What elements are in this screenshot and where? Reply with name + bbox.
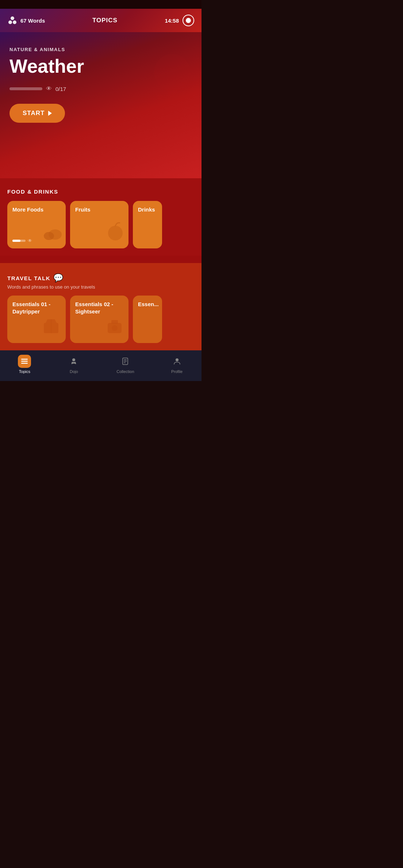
card-fruits[interactable]: Fruits [70, 201, 128, 248]
svg-rect-16 [73, 362, 74, 363]
record-inner [186, 18, 191, 23]
play-icon [48, 111, 52, 116]
nav-collection[interactable]: Collection [111, 353, 140, 375]
card-essentials-02-name: Essentials 02 - Sightseer [75, 301, 113, 315]
card-essentials-01[interactable]: Essentials 01 - Daytripper [7, 296, 66, 343]
nav-topics[interactable]: Topics [12, 353, 37, 375]
svg-rect-12 [21, 359, 28, 360]
nav-topics-icon-wrap [18, 355, 31, 368]
essentials-02-icon [105, 316, 125, 340]
svg-point-6 [108, 226, 123, 240]
start-label: START [23, 110, 45, 117]
travel-subtitle: Words and phrases to use on your travels [7, 284, 194, 290]
svg-rect-9 [108, 323, 122, 333]
divider [0, 256, 202, 263]
hero-progress-row: 👁 0/17 [9, 85, 192, 92]
header-title: TOPICS [92, 17, 118, 24]
app-logo [7, 15, 18, 26]
svg-point-15 [72, 358, 75, 361]
card-essentials-03-name: Essen... [138, 301, 159, 307]
hero-section: NATURE & ANIMALS Weather 👁 0/17 START [0, 32, 202, 178]
card-drinks-name: Drinks [138, 206, 155, 213]
card-essentials-03[interactable]: Essen... [133, 296, 162, 343]
record-button[interactable] [183, 15, 194, 26]
hero-topic-title: Weather [9, 56, 192, 77]
svg-point-0 [11, 16, 14, 20]
header-left: 67 Words [7, 15, 45, 26]
svg-rect-11 [111, 320, 118, 324]
essentials-01-icon [40, 316, 62, 340]
more-foods-progress: 👁 [12, 238, 32, 243]
food-cards-row: More Foods 👁 Fruits [7, 201, 194, 248]
nav-collection-label: Collection [116, 369, 134, 374]
card-drinks[interactable]: Drinks [133, 201, 162, 248]
svg-rect-20 [124, 362, 126, 363]
svg-point-10 [112, 325, 118, 331]
hero-category: NATURE & ANIMALS [9, 47, 192, 52]
travel-cards-row: Essentials 01 - Daytripper Essentials 02… [7, 296, 194, 343]
svg-point-21 [176, 358, 179, 361]
start-button[interactable]: START [9, 104, 65, 123]
nav-dojo[interactable]: Dojo [61, 353, 86, 375]
card-essentials-01-name: Essentials 01 - Daytripper [12, 301, 50, 315]
svg-rect-13 [21, 361, 28, 362]
svg-rect-18 [124, 359, 127, 360]
nav-dojo-icon-wrap [67, 355, 80, 368]
card-fruits-name: Fruits [75, 206, 91, 213]
header-right: 14:58 [165, 15, 194, 26]
fruits-icon [106, 219, 125, 245]
svg-point-4 [49, 229, 62, 240]
travel-title-row: TRAVEL TALK 💬 [7, 273, 194, 283]
hero-progress-text: 0/17 [55, 86, 66, 92]
svg-rect-7 [44, 323, 58, 333]
more-foods-eye: 👁 [28, 238, 32, 243]
food-section-title: FOOD & DRINKS [7, 189, 58, 195]
eye-icon: 👁 [46, 85, 52, 92]
svg-point-5 [44, 232, 54, 240]
svg-rect-14 [21, 363, 28, 364]
card-more-foods[interactable]: More Foods 👁 [7, 201, 66, 248]
bottom-navigation: Topics Dojo Collection [0, 350, 202, 381]
card-more-foods-name: More Foods [12, 206, 43, 213]
nav-topics-label: Topics [19, 369, 30, 374]
words-count: 67 Words [20, 18, 45, 24]
svg-point-2 [13, 20, 16, 24]
svg-rect-19 [124, 361, 127, 362]
travel-chat-icon: 💬 [53, 273, 63, 283]
card-essentials-02[interactable]: Essentials 02 - Sightseer [70, 296, 128, 343]
food-section-header: FOOD & DRINKS [7, 189, 194, 195]
nav-dojo-label: Dojo [70, 369, 78, 374]
time-display: 14:58 [165, 18, 179, 24]
travel-section-title: TRAVEL TALK [7, 275, 50, 281]
travel-section: TRAVEL TALK 💬 Words and phrases to use o… [0, 263, 202, 350]
nav-collection-icon-wrap [119, 355, 132, 368]
hero-progress-bar [9, 87, 42, 90]
more-foods-icon [39, 224, 62, 245]
food-section: FOOD & DRINKS More Foods 👁 Fruits [0, 178, 202, 256]
app-header: 67 Words TOPICS 14:58 [0, 9, 202, 32]
nav-profile-icon-wrap [170, 355, 184, 368]
svg-point-1 [8, 20, 12, 24]
nav-profile-label: Profile [171, 369, 183, 374]
travel-section-header: TRAVEL TALK 💬 Words and phrases to use o… [7, 273, 194, 290]
status-bar [0, 0, 202, 9]
nav-profile[interactable]: Profile [165, 353, 189, 375]
